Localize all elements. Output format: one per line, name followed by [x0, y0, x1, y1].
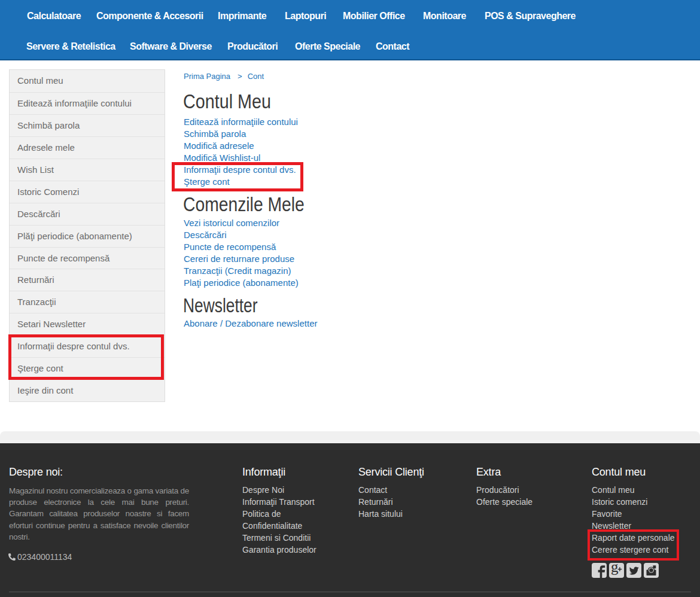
- svg-text:g: g: [611, 563, 619, 575]
